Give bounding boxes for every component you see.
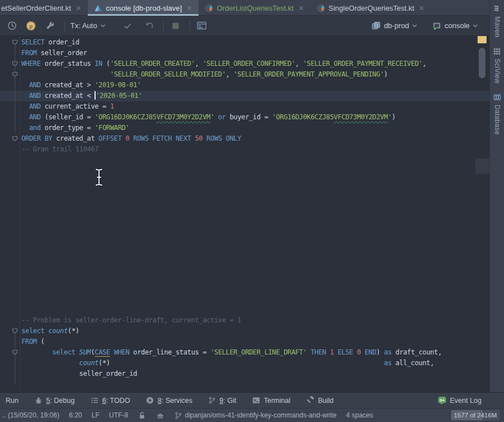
- code-token: seller_order_id: [21, 370, 137, 378]
- memory-indicator[interactable]: 1577 of 2416M: [451, 410, 500, 420]
- toolwindow-button-services[interactable]: 8: Services: [146, 396, 192, 405]
- close-icon[interactable]: [418, 5, 425, 11]
- tool-stripe-label: Maven: [493, 16, 501, 38]
- code-token: 'SELLER_ORDER_LINE_DRAFT': [210, 348, 307, 356]
- settings-button[interactable]: [44, 20, 56, 32]
- commit-button[interactable]: [122, 20, 134, 32]
- toolwindow-button-run[interactable]: Run: [6, 397, 19, 405]
- line-separator[interactable]: LF: [92, 411, 100, 419]
- code-token: -- Problem is seller-order-line-draft, c…: [21, 316, 241, 324]
- code-token: FETCH NEXT: [152, 134, 191, 142]
- code-token: 1: [110, 102, 114, 110]
- lock-open-icon[interactable]: [138, 411, 146, 420]
- indent-info[interactable]: 4 spaces: [346, 411, 373, 419]
- code-token: 'SELLER_ORDER_SELLER_MODIFIED': [110, 70, 226, 78]
- output-console-icon: [197, 21, 206, 30]
- code-token: count: [48, 327, 68, 335]
- code-token: [21, 113, 29, 121]
- code-line: and order_type = 'FORWARD': [0, 123, 489, 133]
- code-line: [0, 155, 489, 165]
- code-token: (*): [68, 327, 79, 335]
- editor-tab-singleorderqueriestest-kt[interactable]: SingleOrderQueriesTest.kt: [310, 0, 431, 16]
- toolwindow-button-build[interactable]: Build: [306, 396, 334, 405]
- svg-text:p: p: [29, 23, 33, 29]
- close-icon[interactable]: [186, 5, 192, 11]
- rollback-button[interactable]: [143, 20, 155, 32]
- code-token: 'SELLER_ORDER_PAYMENT_APPROVAL_PENDING': [233, 70, 384, 78]
- code-token: [110, 348, 114, 356]
- toolwindow-button-event-log[interactable]: 9+Event Log: [438, 396, 482, 405]
- editor-tab-etsellerorderclient-kt[interactable]: etSellerOrderClient.kt: [0, 0, 88, 16]
- code-token: order_type =: [40, 124, 94, 132]
- file-encoding[interactable]: UTF-8: [109, 411, 128, 419]
- incognito-icon[interactable]: [156, 411, 165, 420]
- toolwindow-label: 6: TODO: [102, 397, 130, 405]
- code-token: AND: [29, 102, 41, 110]
- scrollbar-thumb[interactable]: [479, 48, 485, 78]
- session-select[interactable]: console: [432, 21, 478, 30]
- code-token: ,: [226, 70, 233, 78]
- toolwindow-button-terminal[interactable]: Terminal: [252, 396, 290, 405]
- code-token: ): [392, 113, 395, 121]
- todo-list-icon: [91, 396, 99, 405]
- inspection-status-marker[interactable]: [478, 36, 487, 43]
- tab-label: OrderListQueriesTest.kt: [217, 4, 294, 12]
- output-console-button[interactable]: [196, 20, 208, 32]
- code-token: ELSE: [338, 348, 353, 356]
- close-icon[interactable]: [298, 5, 304, 11]
- code-token: 'SELLER_ORDER_PAYMENT_RECEIVED': [303, 60, 422, 68]
- plugin-button[interactable]: p: [25, 20, 37, 32]
- code-line: AND current_active = 1: [0, 101, 489, 112]
- tool-window-bar: Run5: Debug6: TODO8: Services9: GitTermi…: [0, 392, 504, 408]
- sql-editor[interactable]: SELECT order_idFROM seller_orderWHERE or…: [0, 36, 489, 392]
- toolbar-separator: [163, 20, 164, 32]
- stop-button[interactable]: [169, 20, 182, 32]
- code-token: or: [218, 113, 226, 121]
- sciview-grid-icon: [493, 48, 501, 55]
- editor-tab-orderlistqueriestest-kt[interactable]: OrderListQueriesTest.kt: [199, 0, 310, 16]
- code-token: WHERE: [21, 60, 40, 68]
- close-icon[interactable]: [75, 5, 82, 11]
- git-branch-widget[interactable]: dipanjan/oms-41-identify-key-commands-an…: [174, 411, 336, 420]
- tab-label: etSellerOrderClient.kt: [1, 4, 71, 12]
- toolwindow-label: 9: Git: [219, 397, 236, 405]
- code-token: ROWS: [133, 134, 148, 142]
- tool-stripe-database[interactable]: Database: [493, 93, 501, 135]
- status-file-info[interactable]: .. (15/05/20, 19:06): [2, 411, 59, 419]
- tool-stripe-maven[interactable]: mMaven: [493, 4, 501, 38]
- tab-label: console [db-prod-slave]: [106, 4, 182, 12]
- tool-stripe-sciview[interactable]: SciView: [493, 48, 501, 84]
- schema-select[interactable]: db-prod: [371, 21, 417, 30]
- editor-tab-console-db-prod-slave[interactable]: console [db-prod-slave]: [88, 0, 199, 16]
- code-token: created_at >: [40, 81, 94, 89]
- code-token: 'SELLER_ORDER_CREATED': [110, 60, 195, 68]
- toolwindow-label: Build: [318, 397, 334, 405]
- toolwindow-button-debug[interactable]: 5: Debug: [34, 396, 75, 405]
- code-token: order_id: [44, 38, 79, 46]
- build-hammer-icon: [306, 396, 314, 405]
- code-line: [0, 176, 489, 187]
- code-token: [21, 92, 29, 100]
- toolwindow-label: Terminal: [264, 397, 290, 405]
- toolwindow-button-todo[interactable]: 6: TODO: [91, 396, 130, 405]
- code-line: [0, 208, 489, 219]
- code-token: -- Gran trail 110467: [21, 145, 98, 153]
- toolwindow-button-git[interactable]: 9: Git: [208, 396, 236, 405]
- kotlin-test-icon: [205, 4, 213, 12]
- git-branch-icon: [208, 396, 216, 405]
- caret-position[interactable]: 6:20: [69, 411, 82, 419]
- toolbar-separator: [64, 20, 65, 32]
- tx-mode-select[interactable]: Tx: Auto: [70, 21, 106, 30]
- code-token: '2020-05-01': [96, 92, 142, 100]
- event-log-icon: 9+: [438, 396, 447, 405]
- code-token: 50: [195, 134, 203, 142]
- fold-region-icon[interactable]: [12, 136, 18, 142]
- database-icon: [493, 93, 501, 101]
- code-token: (seller_id =: [40, 113, 94, 121]
- code-token: THEN: [310, 348, 326, 356]
- chevron-down-icon: [472, 24, 478, 28]
- history-button[interactable]: [6, 20, 18, 32]
- code-token: select: [52, 348, 75, 356]
- code-line: count(*) as all_count,: [0, 358, 489, 369]
- code-token: [21, 348, 52, 356]
